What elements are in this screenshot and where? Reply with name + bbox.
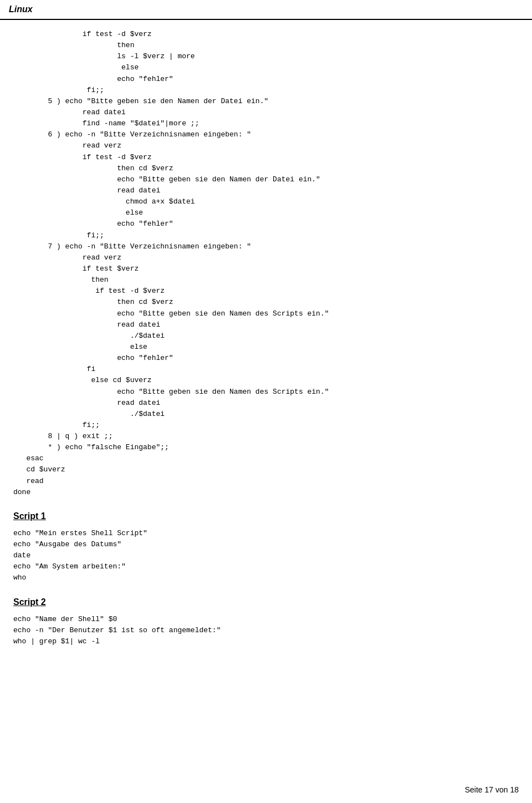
code-block-script1: echo "Mein erstes Shell Script" echo "Au…	[13, 528, 519, 584]
code-block-1: if test -d $verz then ls -l $verz | more…	[13, 29, 519, 498]
main-content: if test -d $verz then ls -l $verz | more…	[0, 20, 532, 680]
page-footer: Seite 17 von 18	[465, 785, 519, 794]
script-1-heading: Script 1	[13, 511, 519, 521]
script-2-heading: Script 2	[13, 597, 519, 607]
page-number: Seite 17 von 18	[465, 785, 519, 794]
code-block-script2: echo "Name der Shell" $0 echo -n "Der Be…	[13, 614, 519, 647]
page-title: Linux	[9, 4, 33, 14]
page-header: Linux	[0, 0, 532, 20]
